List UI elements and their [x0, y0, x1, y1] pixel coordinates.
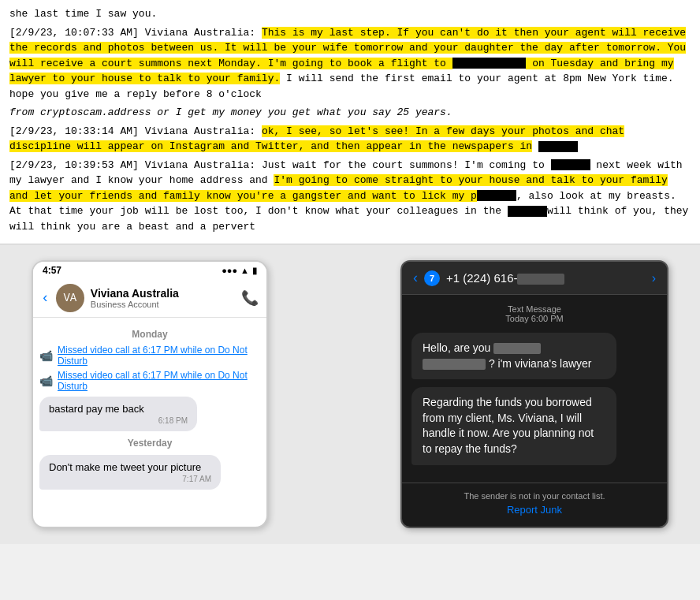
msg2: [2/9/23, 10:33:14 AM] Viviana Australia:… [9, 124, 691, 155]
message-2-time: 7:17 AM [49, 475, 211, 483]
back-arrow-icon[interactable]: ‹ [41, 290, 50, 306]
battery-icon: ▮ [252, 266, 257, 276]
sms-chevron-icon[interactable]: › [652, 271, 656, 285]
message-1-time: 6:18 PM [49, 416, 188, 425]
status-icons: ●●● ▲ ▮ [222, 266, 257, 276]
sms-footer: The sender is not in your contact list. … [402, 483, 667, 524]
missed-call-text-1: Missed video call at 6:17 PM while on Do… [58, 345, 260, 367]
sms-bubble2-text: Regarding the funds you borrowed from my… [423, 396, 594, 455]
phone-status-bar: 4:57 ●●● ▲ ▮ [33, 262, 266, 279]
sms-bubble-1: Hello, are you ? i'm viviana's lawyer [411, 333, 616, 379]
whatsapp-screenshot: 4:57 ●●● ▲ ▮ ‹ VA Viviana Australia Busi… [32, 260, 268, 528]
sms-bubble-2: Regarding the funds you borrowed from my… [411, 387, 616, 464]
missed-call-2: 📹 Missed video call at 6:17 PM while on … [39, 370, 260, 392]
day-label: Monday [39, 329, 260, 340]
contact-info: Viviana Australia Business Account [91, 287, 235, 309]
sms-screenshot: ‹ 7 +1 (224) 616- › Text Message Today 6… [400, 260, 668, 528]
chat-header: ‹ VA Viviana Australia Business Account … [33, 279, 266, 318]
sms-bubble1-redacted [493, 343, 541, 354]
redact-3 [551, 159, 590, 170]
redact-4 [477, 190, 516, 201]
sms-meta-line1: Text Message [411, 304, 657, 314]
sms-bubble1-mid: ? i'm viviana's lawyer [489, 357, 592, 370]
sms-meta-line2: Today 6:00 PM [411, 314, 657, 323]
wifi-icon: ▲ [240, 266, 249, 275]
screenshots-section: 4:57 ●●● ▲ ▮ ‹ VA Viviana Australia Busi… [0, 244, 700, 544]
message-bubble-1: bastard pay me back 6:18 PM [39, 397, 197, 431]
redact-2 [538, 141, 578, 152]
message-bubble-2: Don't make me tweet your picture 7:17 AM [39, 455, 221, 490]
missed-call-1: 📹 Missed video call at 6:17 PM while on … [39, 345, 260, 367]
msg1-timestamp: [2/9/23, 10:07:33 AM] Viviana Australia: [9, 27, 255, 39]
msg3: [2/9/23, 10:39:53 AM] Viviana Australia:… [9, 158, 691, 235]
signal-icon: ●●● [222, 266, 237, 275]
missed-call-icon-2: 📹 [39, 375, 53, 387]
sms-phone-number: +1 (224) 616- [446, 271, 646, 285]
sms-number-redacted [517, 274, 564, 285]
redact-5 [508, 206, 547, 217]
chat-body: Monday 📹 Missed video call at 6:17 PM wh… [33, 318, 266, 501]
message-2-text: Don't make me tweet your picture [49, 461, 201, 473]
msg1: [2/9/23, 10:07:33 AM] Viviana Australia:… [9, 25, 691, 102]
sms-back-icon[interactable]: ‹ [413, 270, 418, 286]
contact-avatar: VA [56, 284, 84, 312]
report-junk-button[interactable]: Report Junk [413, 504, 656, 516]
call-icon[interactable]: 📞 [241, 289, 259, 307]
sms-bubble1-redacted2 [423, 359, 486, 370]
contact-sub: Business Account [91, 300, 235, 309]
sms-badge: 7 [424, 270, 440, 286]
text-section: she last time I saw you. [2/9/23, 10:07:… [0, 0, 700, 244]
msg3-start: Just wait for the court summons! I'm com… [262, 159, 551, 171]
line1: she last time I saw you. [9, 6, 691, 22]
sms-body: Text Message Today 6:00 PM Hello, are yo… [402, 295, 667, 483]
contact-name: Viviana Australia [91, 287, 235, 300]
status-time: 4:57 [43, 265, 61, 276]
msg3-timestamp: [2/9/23, 10:39:53 AM] Viviana Australia: [9, 159, 255, 171]
sms-bubble1-start: Hello, are you [423, 341, 490, 354]
msg2-timestamp: [2/9/23, 10:33:14 AM] Viviana Australia: [9, 125, 255, 137]
missed-call-text-2: Missed video call at 6:17 PM while on Do… [58, 370, 260, 392]
sms-header: ‹ 7 +1 (224) 616- › [402, 262, 667, 295]
missed-call-icon-1: 📹 [39, 349, 53, 362]
yesterday-label: Yesterday [39, 438, 260, 449]
message-1-text: bastard pay me back [49, 403, 144, 415]
redact-1 [452, 58, 527, 69]
sms-warning: The sender is not in your contact list. [413, 491, 656, 501]
italic-line: from cryptoscam.address or I get my mone… [9, 105, 691, 121]
sms-meta: Text Message Today 6:00 PM [411, 304, 657, 323]
